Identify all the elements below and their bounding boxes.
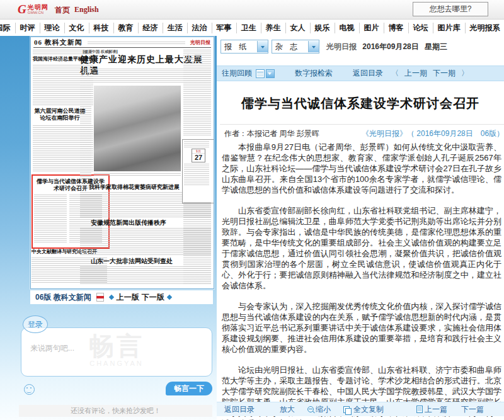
- nav-item-economy[interactable]: 经济: [139, 23, 163, 33]
- zoom-out-link[interactable]: 缩小: [307, 404, 331, 415]
- zoom-in-link[interactable]: 放大: [280, 404, 295, 415]
- page-icon: [416, 406, 423, 413]
- copy-all-link[interactable]: 全文复制: [343, 404, 384, 415]
- page: G 光明网 GMW.CN 首页 English 您想去哪里? 时政 国际 时评 …: [0, 0, 504, 420]
- magazine-select[interactable]: 杂 志: [272, 40, 319, 54]
- nav-item-tech[interactable]: 科技: [89, 23, 114, 33]
- text-lines: [183, 50, 211, 137]
- issue-weekday: 星期三: [425, 42, 447, 51]
- nav-item-tv[interactable]: 电视: [335, 23, 360, 33]
- article-paragraph: 本报曲阜9月27日电（记者周华、彭景晖）如何从传统文化中汲取营养、借鉴智慧？在纪…: [222, 142, 501, 195]
- comment-input[interactable]: 畅言 CHANGYAN 来说两句吧...: [21, 327, 212, 377]
- text-lines: [80, 86, 91, 180]
- pdf-icon[interactable]: [96, 293, 104, 302]
- nav-item-blog[interactable]: 博客: [384, 23, 409, 33]
- nav-item-theory[interactable]: 理论: [40, 23, 65, 33]
- next-issue-link[interactable]: 下一期: [433, 68, 455, 79]
- page-section-title: 06 教科文新闻: [34, 38, 83, 47]
- dropdown-picker-icon[interactable]: [266, 69, 275, 78]
- emoji-button[interactable]: [24, 384, 35, 395]
- thumb-calendar-box: 9月 27: [182, 139, 214, 203]
- newspaper-page-header: 06 教科文新闻 光明日报: [34, 38, 210, 47]
- gmw-logo[interactable]: G 光明网 GMW.CN: [18, 3, 49, 16]
- magnifier-minus-icon: [307, 406, 314, 412]
- edition-controls: 报 纸 杂 志 光明日报 2016年09月28日 星期三: [220, 39, 504, 54]
- nav-item-forum[interactable]: 论坛: [409, 23, 433, 33]
- prev-issue-link[interactable]: 上一期: [404, 68, 427, 79]
- issue-date: 2016年09月28日: [362, 42, 418, 51]
- thumb-headline-shandong-websites[interactable]: 山东一大批非法网站受到查处: [91, 258, 192, 266]
- article-author: 作者：本报记者 周华 彭景晖: [224, 129, 319, 138]
- thumb-photo-surfing: [94, 86, 181, 171]
- paper-masthead-logo: 光明日报: [190, 39, 210, 46]
- gmw-logo-text: 光明网: [28, 4, 49, 11]
- where-to-go-box[interactable]: 您想去哪里?: [413, 2, 488, 16]
- dropdown-arrow-icon[interactable]: [257, 41, 268, 52]
- changyan-watermark-en: CHANGYAN: [21, 360, 212, 367]
- back-to-toc-bottom-link[interactable]: 返回目录: [224, 404, 255, 415]
- masthead-text-lines: [88, 42, 185, 44]
- nav-item-photo[interactable]: 图片: [360, 23, 384, 33]
- zoom-out-label: 缩小: [316, 404, 331, 415]
- nav-item-life[interactable]: 生活: [163, 23, 188, 33]
- angle-left-icon: 〈: [391, 68, 399, 79]
- masthead-rule: [33, 47, 211, 48]
- prev-article-label: 上一篇: [425, 404, 447, 415]
- english-link[interactable]: English: [74, 5, 99, 14]
- dropdown-arrow-icon[interactable]: [308, 41, 319, 52]
- next-article-link[interactable]: 下一篇: [461, 404, 484, 415]
- back-issues-link[interactable]: 往期回顾: [222, 68, 252, 79]
- current-page-label[interactable]: 06版 教科文新闻: [35, 292, 91, 303]
- thumb-headline-henan-forum[interactable]: 第六届河南公民道德论坛在南阳举行: [33, 108, 87, 122]
- nav-item-education[interactable]: 教育: [114, 23, 139, 33]
- page-navigation-bar: 06版 教科文新闻 上一版 下一版: [30, 290, 213, 304]
- home-link[interactable]: 首页: [55, 5, 70, 16]
- article-paragraph: 与会专家认为，深入挖掘阐发优秀传统文化价值内核，深入探讨儒学诚信思想与当代诚信体…: [222, 301, 501, 355]
- calendar-day: 27: [192, 154, 205, 162]
- nav-item-military[interactable]: 军事: [212, 23, 237, 33]
- diamond-icon: [108, 295, 113, 300]
- text-lines: [184, 164, 209, 185]
- newspaper-page-thumbnail[interactable]: 06 教科文新闻 光明日报 我国海洋经济总量平稳增长 第六届河南公民道德论坛在南…: [30, 37, 214, 289]
- article-toolbar: 返回目录 放大 缩小 全文复制 上一篇 下一篇: [217, 402, 504, 416]
- nav-item-wellness[interactable]: 养生: [261, 23, 286, 33]
- calendar-icon: 9月 27: [192, 149, 205, 162]
- angle-right-icon: 〉: [461, 68, 469, 79]
- nav-item-world[interactable]: 国际: [0, 23, 16, 33]
- nav-item-gallery[interactable]: 图片库: [433, 23, 466, 33]
- digital-paper-search-link[interactable]: 数字报检索: [295, 68, 333, 79]
- nav-item-gm-papers[interactable]: 光明报系: [466, 23, 504, 33]
- calendar-month: 9月: [192, 149, 205, 154]
- thumb-headline-anhui-press[interactable]: 安徽规范新闻出版传播秩序: [91, 219, 192, 227]
- nav-item-women[interactable]: 女人: [286, 23, 311, 33]
- submit-comment-button[interactable]: 畅言一下: [166, 382, 212, 395]
- login-button[interactable]: 登录: [23, 315, 48, 333]
- comment-placeholder: 来说两句吧...: [30, 343, 74, 354]
- nav-item-law[interactable]: 法治: [188, 23, 212, 33]
- article-paragraph: 山东省委宣传部副部长徐向红，山东省社科联党组书记、副主席林建宁，光明日报社副总编…: [222, 205, 501, 291]
- gmw-logo-domain: GMW.CN: [28, 11, 49, 14]
- diamond-icon: [166, 295, 171, 300]
- prev-page-link[interactable]: 上一版: [117, 292, 139, 303]
- issue-toolbar: 往期回顾 数字报检索 返回目录 〈 上一期 下一期 〉: [217, 65, 504, 81]
- nav-item-opinion[interactable]: 时评: [16, 23, 40, 33]
- paper-select[interactable]: 报 纸: [220, 40, 268, 54]
- nav-item-entertainment[interactable]: 娱乐: [311, 23, 335, 33]
- article-source: 《光明日报》（ 2016年09月28日 06版）: [362, 129, 504, 138]
- prev-article-link[interactable]: 上一篇: [416, 404, 447, 415]
- article-title: 儒学与当代诚信体系建设学术研讨会召开: [217, 95, 504, 112]
- main-nav: 时政 国际 时评 理论 文化 科技 教育 经济 生活 法治 军事 卫生 养生 女…: [0, 20, 504, 36]
- photo-caption-lines: [94, 173, 181, 177]
- calendar-picker-icon[interactable]: [256, 69, 265, 78]
- article-reader-panel: 报 纸 杂 志 光明日报 2016年09月28日 星期三 往期回顾 数字报检索 …: [217, 36, 504, 420]
- gmw-logo-g: G: [18, 3, 26, 16]
- article-meta: 作者：本报记者 周华 彭景晖 《光明日报》（ 2016年09月28日 06版）: [224, 128, 504, 139]
- next-page-link[interactable]: 下一版: [142, 292, 164, 303]
- magazine-select-value: 杂 志: [272, 42, 300, 52]
- text-lines: [34, 195, 67, 242]
- back-to-toc-link[interactable]: 返回目录: [353, 68, 383, 79]
- article-body: 本报曲阜9月27日电（记者周华、彭景晖）如何从传统文化中汲取营养、借鉴智慧？在纪…: [222, 142, 501, 420]
- nav-item-health[interactable]: 卫生: [237, 23, 261, 33]
- nav-item-culture[interactable]: 文化: [65, 23, 89, 33]
- text-lines: [184, 141, 209, 147]
